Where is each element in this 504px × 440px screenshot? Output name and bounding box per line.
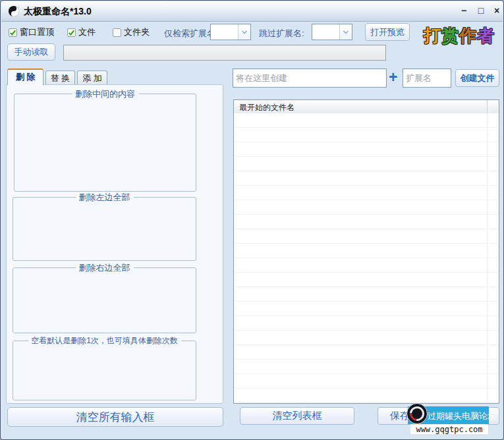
checkbox-label: 文件夹 [124, 26, 150, 38]
checkbox-files[interactable]: 文件 [67, 26, 96, 38]
clear-all-inputs-button[interactable]: 清空所有输入框 [7, 407, 223, 427]
tab-replace[interactable]: 替 换 [45, 70, 75, 85]
close-button[interactable]: × [490, 4, 503, 17]
logo-core [415, 412, 420, 417]
file-list[interactable]: 最开始的文件名 [233, 99, 499, 404]
column-header-label: 最开始的文件名 [239, 102, 294, 113]
column-line [487, 113, 488, 403]
only-ext-combobox[interactable] [210, 24, 251, 40]
plus-icon: + [389, 69, 397, 86]
gqgtpc-logo-icon [406, 403, 428, 424]
create-name-input[interactable] [233, 69, 387, 88]
title-bar: 太极重命名*13.0 − □ × [1, 1, 503, 22]
column-separator [487, 100, 488, 113]
watermark-url: www.gqgtpc.com [410, 424, 488, 434]
group-title: 删除右边全部 [76, 262, 134, 274]
checkbox-folders[interactable]: 文件夹 [113, 26, 150, 38]
list-column-header[interactable]: 最开始的文件名 [234, 100, 499, 114]
open-preview-button[interactable]: 打开预览 [365, 23, 410, 41]
create-file-button[interactable]: 创建文件 [455, 69, 499, 87]
app-window: 太极重命名*13.0 − □ × 窗口置顶 文件 文件夹 仅检索扩展名: 跳过扩… [0, 0, 504, 440]
group-title: 删除中间的内容 [72, 88, 138, 100]
chevron-down-icon[interactable] [238, 24, 250, 40]
watermark-site-name: 过期罐头电脑论坛 [428, 410, 496, 422]
group-delete-left: 删除左边全部 [13, 197, 196, 261]
group-delete-times: 空着默认是删除1次，也可填具体删除次数 [13, 341, 196, 400]
chevron-down-icon[interactable] [339, 24, 352, 40]
checkbox-box [9, 28, 17, 37]
group-title: 空着默认是删除1次，也可填具体删除次数 [28, 335, 181, 346]
maximize-button[interactable]: □ [474, 4, 488, 17]
donate-char: 者 [477, 24, 494, 47]
checkbox-box [67, 28, 76, 37]
donate-char: 作 [459, 24, 476, 47]
group-title: 删除左边全部 [76, 192, 134, 204]
check-icon [68, 29, 75, 36]
tab-add[interactable]: 添 加 [77, 70, 107, 85]
checkbox-label: 窗口置顶 [20, 26, 54, 38]
list-body[interactable] [234, 113, 499, 403]
checkbox-label: 文件 [78, 26, 96, 38]
group-delete-right: 删除右边全部 [13, 267, 196, 333]
skip-ext-label: 跳过扩展名: [259, 28, 304, 40]
manual-read-button[interactable]: 手动读取 [7, 43, 55, 61]
check-icon [9, 29, 16, 36]
manual-path-field[interactable] [63, 45, 386, 61]
clear-list-button[interactable]: 清空列表框 [240, 407, 354, 425]
taiji-app-icon [8, 5, 20, 19]
minimize-button[interactable]: − [457, 4, 470, 17]
window-title: 太极重命名*13.0 [24, 6, 92, 18]
tab-delete[interactable]: 删 除 [7, 69, 43, 85]
skip-ext-combobox[interactable] [312, 24, 352, 40]
donate-char: 赏 [441, 24, 459, 47]
checkbox-box [113, 28, 121, 37]
donate-author-logo: 打 赏 作 者 [424, 24, 494, 47]
checkbox-window-on-top[interactable]: 窗口置顶 [9, 26, 54, 38]
donate-char: 打 [424, 24, 441, 47]
group-delete-middle: 删除中间的内容 [14, 94, 196, 192]
extension-input[interactable] [403, 69, 451, 88]
